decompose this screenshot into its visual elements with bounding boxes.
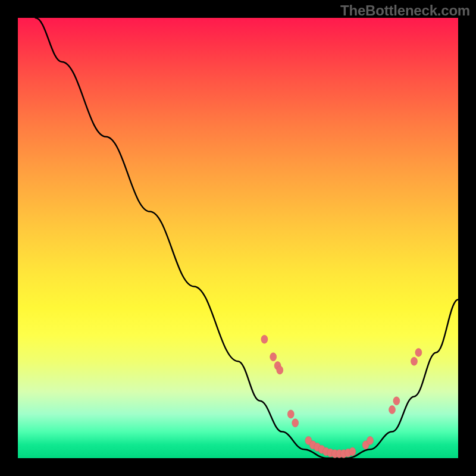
data-point (349, 447, 356, 456)
watermark-text: TheBottleneck.com (340, 2, 470, 19)
data-point (287, 410, 294, 418)
data-point (261, 335, 268, 343)
chart-svg (18, 18, 458, 458)
data-point (270, 353, 277, 361)
bottleneck-curve (36, 18, 458, 458)
data-point (292, 419, 299, 427)
data-points-group (261, 335, 422, 458)
data-point (367, 436, 374, 444)
data-point (411, 357, 418, 365)
chart-frame: TheBottleneck.com (0, 0, 476, 476)
data-point (389, 406, 396, 414)
data-point (393, 397, 400, 405)
data-point (277, 366, 283, 374)
data-point (415, 348, 422, 356)
